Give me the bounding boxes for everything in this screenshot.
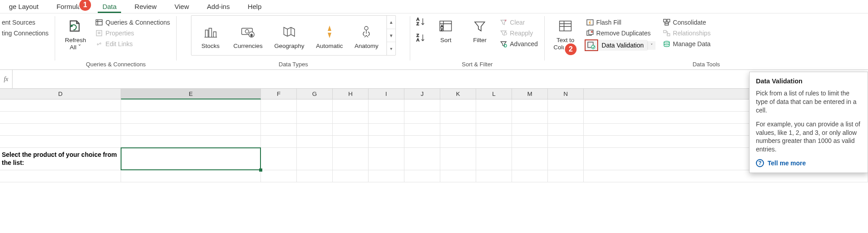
cell-E5[interactable] <box>121 148 261 170</box>
column-header-F[interactable]: F <box>261 89 297 99</box>
cell-L5[interactable] <box>476 148 512 170</box>
datatype-anatomy[interactable]: Anatomy <box>350 21 383 50</box>
cell-M5[interactable] <box>512 148 548 170</box>
sort-desc-button[interactable]: ZA <box>415 31 427 44</box>
cell-F4[interactable] <box>261 136 297 148</box>
cell-J5[interactable] <box>404 148 440 170</box>
cell-N6[interactable] <box>548 170 584 182</box>
fill-handle[interactable] <box>259 168 262 172</box>
column-header-I[interactable]: I <box>369 89 404 99</box>
datatype-automatic[interactable]: Automatic <box>312 21 347 50</box>
cell-J2[interactable] <box>404 112 440 124</box>
datatype-currencies[interactable]: $ Currencies <box>229 21 267 50</box>
cell-F1[interactable] <box>261 99 297 112</box>
recent-sources-button[interactable]: ent Sources <box>0 18 50 27</box>
gallery-scroll-up[interactable]: ▲ <box>387 16 395 29</box>
flash-fill-button[interactable]: Flash Fill <box>585 18 659 27</box>
tab-review[interactable]: Review <box>126 0 165 13</box>
cell-I2[interactable] <box>369 112 404 124</box>
data-validation-icon-button[interactable] <box>585 39 598 51</box>
cell-E6[interactable] <box>121 170 261 182</box>
gallery-expand[interactable]: ▾ <box>387 42 395 55</box>
column-header-J[interactable]: J <box>404 89 440 99</box>
cell-E3[interactable] <box>121 124 261 136</box>
cell-G5[interactable] <box>297 148 333 170</box>
remove-duplicates-button[interactable]: Remove Duplicates <box>585 29 659 38</box>
cell-M3[interactable] <box>512 124 548 136</box>
tab-addins[interactable]: Add-ins <box>198 0 239 13</box>
cell-L2[interactable] <box>476 112 512 124</box>
cell-E1[interactable] <box>121 99 261 112</box>
cell-F3[interactable] <box>261 124 297 136</box>
cell-J3[interactable] <box>404 124 440 136</box>
cell-K6[interactable] <box>440 170 476 182</box>
datatype-geography[interactable]: Geography <box>270 21 309 50</box>
cell-L3[interactable] <box>476 124 512 136</box>
tell-me-more-link[interactable]: ? Tell me more <box>756 159 861 167</box>
cell-J4[interactable] <box>404 136 440 148</box>
cell-L6[interactable] <box>476 170 512 182</box>
existing-connections-button[interactable]: ting Connections <box>0 29 50 38</box>
cell-K4[interactable] <box>440 136 476 148</box>
sort-asc-button[interactable]: AZ <box>415 15 427 28</box>
column-header-N[interactable]: N <box>548 89 584 99</box>
column-header-H[interactable]: H <box>333 89 369 99</box>
cell-D1[interactable] <box>0 99 121 112</box>
column-header-D[interactable]: D <box>0 89 121 99</box>
cell-N2[interactable] <box>548 112 584 124</box>
cell-K5[interactable] <box>440 148 476 170</box>
column-header-E[interactable]: E <box>121 89 261 99</box>
gallery-scroll-down[interactable]: ▼ <box>387 29 395 43</box>
cell-D4[interactable] <box>0 136 121 148</box>
cell-D3[interactable] <box>0 124 121 136</box>
cell-M4[interactable] <box>512 136 548 148</box>
cell-H3[interactable] <box>333 124 369 136</box>
cell-I6[interactable] <box>369 170 404 182</box>
cell-K3[interactable] <box>440 124 476 136</box>
cell-D5[interactable]: Select the product of your choice from t… <box>0 148 121 170</box>
cell-L4[interactable] <box>476 136 512 148</box>
cell-G2[interactable] <box>297 112 333 124</box>
data-validation-dropdown[interactable]: ˅ <box>647 41 655 50</box>
cell-E4[interactable] <box>121 136 261 148</box>
datatype-stocks[interactable]: Stocks <box>195 21 226 50</box>
cell-G6[interactable] <box>297 170 333 182</box>
cell-G1[interactable] <box>297 99 333 112</box>
cell-G3[interactable] <box>297 124 333 136</box>
cell-M2[interactable] <box>512 112 548 124</box>
cell-H2[interactable] <box>333 112 369 124</box>
cell-N4[interactable] <box>548 136 584 148</box>
cell-H4[interactable] <box>333 136 369 148</box>
sort-button[interactable]: AZ Sort <box>430 15 461 44</box>
filter-button[interactable]: Filter <box>464 15 495 44</box>
tab-data[interactable]: Data <box>93 0 126 13</box>
cell-H1[interactable] <box>333 99 369 112</box>
manage-data-button[interactable]: Manage Data <box>661 39 712 48</box>
cell-L1[interactable] <box>476 99 512 112</box>
queries-connections-button[interactable]: Queries & Connections <box>94 18 172 27</box>
cell-M6[interactable] <box>512 170 548 182</box>
cell-D2[interactable] <box>0 112 121 124</box>
cell-E2[interactable] <box>121 112 261 124</box>
column-header-K[interactable]: K <box>440 89 476 99</box>
formula-input[interactable] <box>13 70 868 88</box>
cell-I4[interactable] <box>369 136 404 148</box>
fx-icon[interactable]: fx <box>0 70 13 88</box>
cell-J6[interactable] <box>404 170 440 182</box>
cell-N3[interactable] <box>548 124 584 136</box>
cell-D6[interactable] <box>0 170 121 182</box>
cell-F5[interactable] <box>261 148 297 170</box>
cell-G4[interactable] <box>297 136 333 148</box>
column-header-M[interactable]: M <box>512 89 548 99</box>
cell-K1[interactable] <box>440 99 476 112</box>
data-validation-button[interactable]: Data Validation <box>598 40 647 51</box>
refresh-all-button[interactable]: Refresh All ˅ <box>60 15 91 51</box>
cell-H6[interactable] <box>333 170 369 182</box>
advanced-filter-button[interactable]: Advanced <box>498 39 539 48</box>
cell-I3[interactable] <box>369 124 404 136</box>
cell-I1[interactable] <box>369 99 404 112</box>
cell-F2[interactable] <box>261 112 297 124</box>
consolidate-button[interactable]: Consolidate <box>661 18 712 27</box>
column-header-L[interactable]: L <box>476 89 512 99</box>
tab-view[interactable]: View <box>165 0 198 13</box>
